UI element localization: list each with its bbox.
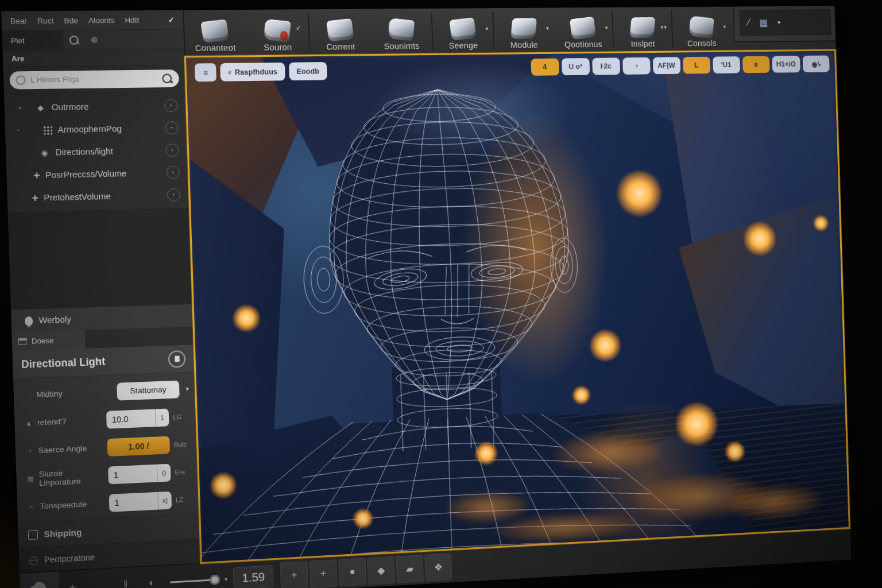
toolbar-label: Seenge (448, 41, 478, 50)
section-title-label: Are (11, 55, 25, 63)
visibility-eye-icon[interactable]: • (167, 188, 181, 202)
toolbar-label: Sounimts (384, 41, 419, 51)
cluster-tool-button[interactable]: ❖ (424, 553, 452, 582)
toolbar-item-current[interactable]: Corrent (309, 9, 372, 55)
chevron-down-icon: ▾ (605, 24, 608, 30)
record-button[interactable] (168, 350, 185, 368)
visibility-eye-icon[interactable]: • (166, 166, 180, 179)
toolbar-item-options[interactable]: ▾ Qootionus (553, 7, 613, 52)
lighting-toggle-button[interactable]: L (683, 57, 710, 74)
chevron-down-icon[interactable]: ▾ (185, 385, 189, 392)
contrast-icon[interactable]: ◐ (138, 577, 165, 588)
shape-tool-button[interactable]: ▰ (396, 555, 424, 583)
asterisk-tool-icon[interactable]: ∗ (59, 581, 86, 588)
menu-item-tools[interactable]: Aloonts (88, 16, 115, 25)
tab-details[interactable]: Doese (11, 330, 85, 351)
chevron-down-icon: ▾ (723, 24, 726, 30)
outliner-label: PosrPreccss/Volume (45, 169, 127, 180)
outliner-label: Outrmore (51, 102, 88, 112)
field-stepper[interactable]: x] (157, 491, 172, 509)
outliner-label: Directions/light (55, 146, 113, 157)
toolbar-item-source[interactable]: ✓ Souron (246, 9, 310, 55)
shipping-label: Shipping (44, 528, 82, 539)
outliner-item-outrmore[interactable]: ▸ ◆ Outrmore • (4, 94, 186, 119)
outliner-item-postprocess[interactable]: + PosrPreccss/Volume • (6, 161, 188, 187)
field-stepper[interactable]: () (157, 463, 171, 482)
clock-button[interactable]: ◔ (622, 57, 651, 75)
menu-item-file[interactable]: Bear (10, 16, 28, 25)
field-stepper[interactable]: 1 (155, 408, 169, 427)
outliner-item-pretohest[interactable]: + PretohestVolume • (7, 183, 189, 210)
search-icon (162, 74, 172, 83)
toolbar-item-console[interactable]: ▾ Consols (672, 7, 731, 51)
property-label: reteod'7 (37, 415, 103, 427)
outliner-item-atmosphere[interactable]: • ArmoophernPog • (5, 117, 187, 142)
zoom-value-box[interactable]: 1.59 (233, 565, 274, 588)
visibility-eye-icon[interactable]: • (164, 99, 178, 112)
field-value: 1 (108, 468, 157, 479)
camera-speed-button[interactable]: ◉ϟ (803, 55, 830, 72)
3d-viewport[interactable]: ≡ ƨ Raspfhduus Eoodb 4 U o³ ŀ2c ◔ AF|W L… (184, 49, 850, 564)
field-unit: LG (173, 413, 189, 420)
scene-icon (449, 17, 477, 41)
zoom-slider[interactable] (170, 579, 215, 583)
grid-settings-button[interactable]: AF|W (652, 57, 680, 74)
pen-tool-button[interactable]: ◆ (367, 556, 395, 585)
rotate-snap-button[interactable]: U o³ (561, 58, 589, 75)
slider-knob[interactable] (210, 574, 220, 585)
search-placeholder: L Hlinors Fliqa (30, 75, 158, 84)
visibility-eye-icon[interactable]: • (165, 144, 179, 157)
scale-snap-button[interactable]: ŀ2c (592, 57, 620, 75)
pause-icon[interactable]: ‖ (112, 578, 139, 588)
visibility-eye-icon[interactable]: • (165, 121, 179, 134)
viewport-menu-button[interactable]: ≡ (195, 63, 216, 82)
search-icon[interactable] (63, 30, 84, 49)
intensity-field[interactable]: 10.0 1 (106, 408, 169, 428)
sculpt-tool-tab[interactable] (20, 571, 60, 588)
menu-item-window[interactable]: Bde (64, 16, 78, 25)
mobility-dropdown[interactable]: Stattomay (117, 380, 179, 400)
view-options-button[interactable]: 'U1 (713, 56, 740, 74)
field-unit: Ere (175, 468, 191, 476)
globe-icon[interactable]: ⊕ (84, 30, 105, 49)
toolbar-label: Consols (687, 38, 717, 48)
stats-button[interactable]: H1<iO (772, 56, 800, 73)
blob-tool-button[interactable]: ● (338, 558, 366, 586)
transform-tool-button[interactable]: + (310, 559, 338, 588)
move-tool-button[interactable]: + (280, 560, 308, 588)
outliner-item-directional-light[interactable]: ◉ Directions/light • (6, 139, 188, 165)
cube-icon[interactable]: ▦ (759, 17, 768, 29)
toolbar-item-scene[interactable]: ▾ Seenge (432, 8, 493, 53)
scene-outliner: ▸ ◆ Outrmore • • ArmoophernPog • ◉ Direc… (4, 92, 189, 212)
outliner-label: PretohestVolume (44, 192, 111, 203)
expand-arrow-icon[interactable]: ▸ (19, 105, 22, 110)
play-button[interactable]: 4 (531, 59, 559, 76)
toolbar-item-inspect[interactable]: ▾▾ Inslpet (613, 7, 672, 51)
toolbar-item-content[interactable]: Conanteot (183, 10, 247, 56)
toolbar-item-module[interactable]: ▾ Module (493, 8, 554, 53)
chevron-down-icon[interactable]: ▾ (225, 575, 228, 582)
world-settings-label: Werboly (38, 315, 71, 325)
light-icon: ◉ (39, 148, 51, 157)
toolbar-item-sounds[interactable]: Sounimts (370, 9, 432, 54)
file-tool-icon[interactable] (86, 585, 112, 587)
temperature-field[interactable]: 1 x] (109, 491, 172, 512)
tab-plet[interactable]: Plet (2, 30, 63, 50)
perspective-pill-button[interactable]: ƨ Raspfhduus (220, 63, 285, 82)
menu-item-help[interactable]: Hdtt (125, 16, 139, 25)
pill-label: Eoodb (296, 67, 319, 76)
select-mode-button[interactable]: s (742, 56, 770, 74)
source-angle-field[interactable]: 1.00 / (107, 436, 170, 457)
toolbar-label: Inslpet (630, 39, 655, 48)
field-value: 1 (109, 496, 158, 508)
viewmode-pill-button[interactable]: Eoodb (289, 62, 327, 80)
checkbox-icon[interactable] (28, 530, 38, 540)
viewport-left-toolbar: ≡ ƨ Raspfhduus Eoodb (195, 62, 327, 82)
pen-icon[interactable]: ∕ (748, 17, 749, 28)
details-tab-label: Doese (32, 336, 54, 346)
editor-window: Conanteot ✓ Souron Corrent Sounimts ▾ Se… (1, 6, 851, 588)
source-temperature-field[interactable]: 1 () (108, 463, 171, 484)
search-input[interactable]: L Hlinors Fliqa (9, 69, 179, 90)
menu-item-edit[interactable]: Ruct (37, 16, 54, 25)
module-icon (510, 18, 537, 39)
